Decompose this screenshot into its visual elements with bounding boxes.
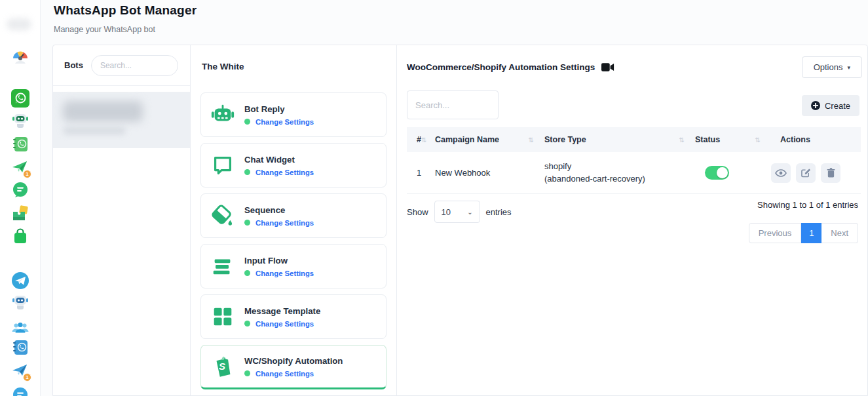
- row-campaign-name: New Webhook: [435, 168, 544, 178]
- shopify-bag-icon: S: [210, 354, 235, 379]
- bots-panel-header: Bots: [53, 45, 190, 86]
- view-button[interactable]: [771, 163, 791, 183]
- table-header: # ⇅ Campaign Name ⇅ Store Type ⇅ Status …: [407, 127, 861, 152]
- page-title: WhatsApp Bot Manager: [54, 3, 197, 18]
- list-bars-icon: [210, 254, 235, 279]
- video-tutorial-icon[interactable]: [601, 63, 614, 71]
- header-actions: Actions: [771, 127, 861, 152]
- change-settings-link[interactable]: Change Settings: [255, 219, 314, 227]
- menu-card-chat-widget[interactable]: Chat Widget Change Settings: [200, 143, 387, 188]
- grid-icon: [210, 304, 235, 329]
- status-dot-icon: [244, 169, 250, 175]
- whatsapp-campaign-icon[interactable]: 1: [11, 159, 29, 177]
- menu-item-label: WC/Shopify Automation: [244, 356, 343, 366]
- bot-name-title: The White: [202, 62, 244, 71]
- status-dot-icon: [244, 270, 250, 276]
- header-store-type[interactable]: Store Type ⇅: [544, 127, 695, 152]
- page-size-select[interactable]: 10 ⌄: [434, 201, 480, 223]
- change-settings-link[interactable]: Change Settings: [255, 269, 314, 277]
- plus-circle-icon: [811, 101, 820, 110]
- telegram-chat-icon[interactable]: [11, 386, 29, 396]
- row-store-type: shopify (abandoned-cart-recovery): [544, 161, 695, 186]
- page-size-control: Show 10 ⌄ entries: [407, 201, 512, 223]
- next-page-button[interactable]: Next: [821, 223, 858, 243]
- status-dot-icon: [244, 370, 250, 376]
- change-settings-link[interactable]: Change Settings: [255, 370, 314, 378]
- previous-page-button[interactable]: Previous: [749, 223, 802, 243]
- paint-bucket-icon: [210, 203, 235, 228]
- header-status[interactable]: Status ⇅: [695, 127, 771, 152]
- main-card: Bots The White: [52, 45, 868, 396]
- menu-item-label: Sequence: [244, 205, 314, 215]
- telegram-bot-icon[interactable]: [11, 292, 29, 311]
- table-row: 1 New Webhook shopify (abandoned-cart-re…: [407, 152, 861, 194]
- telegram-icon[interactable]: [11, 271, 29, 290]
- menu-item-label: Input Flow: [244, 256, 314, 266]
- table-search-input[interactable]: [407, 90, 499, 119]
- redacted-bot-detail: [63, 127, 126, 134]
- header-campaign-name[interactable]: Campaign Name ⇅: [435, 127, 544, 152]
- sort-icon: ⇅: [755, 136, 761, 144]
- bots-panel: Bots: [53, 45, 191, 395]
- chat-bubble-icon: [210, 153, 235, 178]
- sort-icon: ⇅: [529, 136, 534, 144]
- options-button-label: Options: [814, 62, 843, 72]
- bot-menu-list: Bot Reply Change Settings Chat Widget: [200, 92, 387, 395]
- status-dot-icon: [244, 119, 250, 125]
- notification-badge: 1: [23, 373, 31, 382]
- menu-item-label: Chat Widget: [244, 155, 314, 165]
- whatsapp-shop-icon[interactable]: [11, 227, 29, 245]
- status-dot-icon: [244, 220, 250, 226]
- row-index: 1: [407, 168, 435, 178]
- change-settings-link[interactable]: Change Settings: [255, 320, 314, 328]
- telegram-contacts-icon[interactable]: [11, 338, 29, 357]
- change-settings-link[interactable]: Change Settings: [255, 168, 314, 176]
- chevron-down-icon: ⌄: [467, 208, 472, 216]
- shopify-letter: S: [219, 361, 225, 372]
- bot-menu-panel: The White Bot Reply: [191, 45, 397, 395]
- whatsapp-contacts-icon[interactable]: [11, 135, 29, 153]
- bot-list-item-selected[interactable]: [53, 92, 190, 148]
- integrations-icon[interactable]: [11, 204, 29, 222]
- menu-card-message-template[interactable]: Message Template Change Settings: [200, 294, 387, 339]
- chevron-down-icon: ▾: [847, 64, 850, 71]
- status-toggle[interactable]: [705, 166, 729, 180]
- sort-icon: ⇅: [421, 136, 426, 144]
- show-label: Show: [407, 207, 428, 217]
- dashboard-gauge-icon[interactable]: [11, 49, 29, 67]
- bots-panel-title: Bots: [64, 60, 83, 70]
- menu-item-label: Bot Reply: [244, 104, 314, 114]
- create-button[interactable]: Create: [802, 95, 859, 116]
- automation-settings-panel: WooCommerce/Shopify Automation Settings …: [397, 45, 867, 395]
- panel-title: WooCommerce/Shopify Automation Settings: [407, 62, 595, 72]
- change-settings-link[interactable]: Change Settings: [255, 118, 314, 126]
- telegram-campaign-icon[interactable]: 1: [11, 362, 29, 380]
- delete-button[interactable]: [821, 163, 840, 183]
- robot-icon: [210, 102, 235, 127]
- whatsapp-chat-icon[interactable]: [11, 181, 29, 199]
- current-page-button[interactable]: 1: [801, 223, 821, 243]
- whatsapp-bot-icon[interactable]: [11, 111, 29, 129]
- blurred-logo: [7, 18, 31, 30]
- entries-summary: Showing 1 to 1 of 1 entries: [757, 200, 858, 210]
- notification-badge: 1: [23, 170, 31, 178]
- menu-card-sequence[interactable]: Sequence Change Settings: [200, 193, 387, 238]
- page-subtitle: Manage your WhatsApp bot: [54, 25, 155, 34]
- edit-button[interactable]: [796, 163, 816, 183]
- entries-label: entries: [486, 207, 512, 217]
- create-button-label: Create: [825, 101, 850, 111]
- sort-icon: ⇅: [679, 136, 685, 144]
- menu-card-wc-shopify-automation[interactable]: S WC/Shopify Automation Change Settings: [200, 345, 387, 389]
- eye-icon: [775, 169, 787, 177]
- menu-card-bot-reply[interactable]: Bot Reply Change Settings: [200, 92, 387, 137]
- menu-card-input-flow[interactable]: Input Flow Change Settings: [200, 244, 387, 288]
- edit-icon: [801, 168, 811, 178]
- trash-icon: [827, 168, 835, 178]
- status-dot-icon: [244, 321, 250, 327]
- options-button[interactable]: Options ▾: [802, 56, 862, 78]
- pagination: Previous 1 Next: [749, 223, 858, 243]
- bots-search-input[interactable]: [91, 55, 178, 76]
- whatsapp-icon[interactable]: [11, 89, 29, 108]
- telegram-group-icon[interactable]: [11, 319, 29, 337]
- header-index[interactable]: # ⇅: [407, 127, 435, 152]
